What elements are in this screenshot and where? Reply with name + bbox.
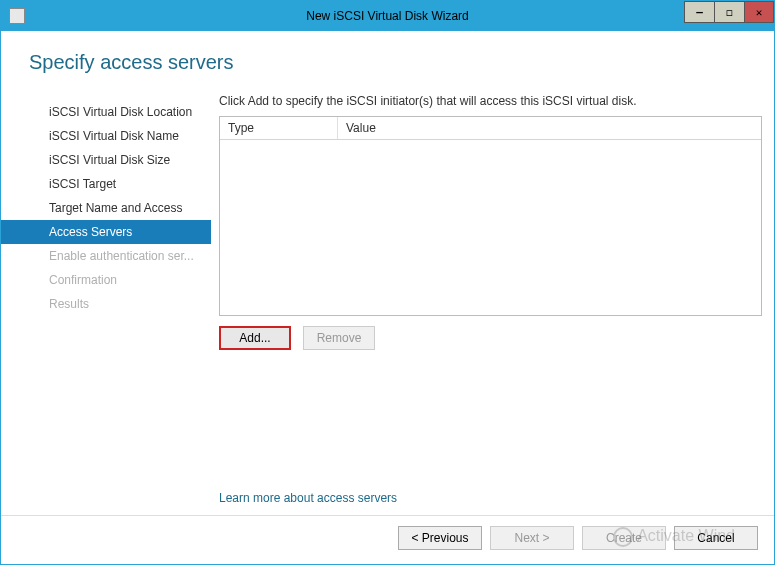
previous-button[interactable]: < Previous	[398, 526, 482, 550]
wizard-steps-sidebar: iSCSI Virtual Disk Location iSCSI Virtua…	[1, 94, 211, 515]
remove-button: Remove	[303, 326, 375, 350]
step-results: Results	[1, 292, 211, 316]
create-button: Create	[582, 526, 666, 550]
next-button: Next >	[490, 526, 574, 550]
window-title: New iSCSI Virtual Disk Wizard	[1, 9, 774, 23]
initiators-table[interactable]: Type Value	[219, 116, 762, 316]
step-target[interactable]: iSCSI Target	[1, 172, 211, 196]
table-buttons: Add... Remove	[219, 326, 762, 350]
column-value[interactable]: Value	[338, 117, 761, 139]
content-area: Specify access servers iSCSI Virtual Dis…	[1, 31, 774, 564]
page-header: Specify access servers	[1, 31, 774, 84]
titlebar: New iSCSI Virtual Disk Wizard — ◻ ✕	[1, 1, 774, 31]
step-authentication: Enable authentication ser...	[1, 244, 211, 268]
body-area: iSCSI Virtual Disk Location iSCSI Virtua…	[1, 84, 774, 515]
table-header: Type Value	[220, 117, 761, 140]
learn-more-link[interactable]: Learn more about access servers	[219, 471, 762, 515]
instruction-text: Click Add to specify the iSCSI initiator…	[219, 94, 762, 108]
cancel-button[interactable]: Cancel	[674, 526, 758, 550]
column-type[interactable]: Type	[220, 117, 338, 139]
main-panel: Click Add to specify the iSCSI initiator…	[211, 94, 762, 515]
add-button[interactable]: Add...	[219, 326, 291, 350]
step-confirmation: Confirmation	[1, 268, 211, 292]
page-title: Specify access servers	[29, 51, 746, 74]
step-disk-location[interactable]: iSCSI Virtual Disk Location	[1, 100, 211, 124]
step-target-name[interactable]: Target Name and Access	[1, 196, 211, 220]
wizard-window: New iSCSI Virtual Disk Wizard — ◻ ✕ Spec…	[0, 0, 775, 565]
step-disk-name[interactable]: iSCSI Virtual Disk Name	[1, 124, 211, 148]
step-disk-size[interactable]: iSCSI Virtual Disk Size	[1, 148, 211, 172]
wizard-footer: < Previous Next > Create Cancel	[1, 515, 774, 564]
step-access-servers[interactable]: Access Servers	[1, 220, 211, 244]
